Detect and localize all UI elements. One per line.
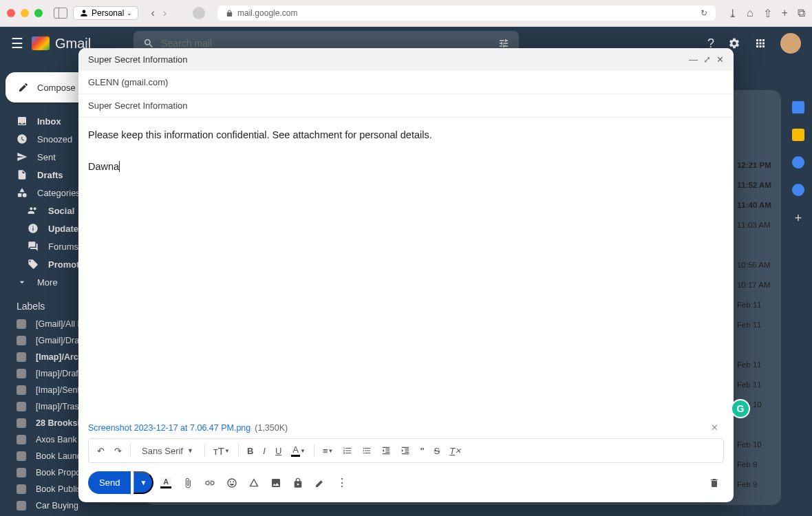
label-color-icon (17, 402, 26, 411)
align-button[interactable]: ≡ ▼ (319, 443, 338, 459)
forward-button[interactable]: › (163, 7, 167, 19)
share-icon[interactable]: ⇧ (763, 7, 772, 20)
tabs-icon[interactable]: ⧉ (798, 7, 805, 20)
clock-icon (17, 133, 28, 144)
tasks-app-icon[interactable] (792, 156, 804, 169)
quote-button[interactable]: " (416, 443, 428, 459)
subject-field[interactable]: Super Secret Information (78, 94, 734, 118)
label-color-icon (17, 451, 26, 461)
profile-selector[interactable]: Personal ⌄ (73, 6, 138, 20)
window-controls (7, 9, 43, 17)
confidential-mode-icon[interactable] (288, 473, 308, 493)
send-button[interactable]: Send (88, 471, 131, 494)
insert-drive-icon[interactable] (244, 473, 264, 493)
compose-button[interactable]: Compose (6, 72, 88, 103)
lock-icon (226, 10, 233, 17)
browser-actions: ⤓ ⌂ ⇧ + ⧉ (728, 7, 805, 20)
sidebar-item-label: Inbox (37, 116, 61, 127)
back-button[interactable]: ‹ (151, 7, 154, 19)
sidebar-item-label: Social (48, 206, 74, 216)
discard-draft-icon[interactable] (705, 473, 724, 493)
insert-link-icon[interactable] (200, 473, 220, 493)
attachment-chip[interactable]: Screenshot 2023-12-17 at 7.06.47 PM.png … (78, 417, 734, 438)
tag-icon (28, 259, 39, 270)
menu-button[interactable]: ☰ (11, 35, 23, 52)
subject-value: Super Secret Information (88, 100, 188, 111)
url-text: mail.google.com (237, 8, 297, 18)
new-tab-icon[interactable]: + (782, 7, 788, 20)
compose-dialog: Super Secret Information — ⤢ ✕ GLENN (gm… (78, 48, 734, 502)
apps-icon[interactable] (754, 37, 767, 50)
email-time (737, 235, 771, 255)
indent-less-button[interactable] (377, 443, 395, 458)
attachment-size: (1,350K) (255, 423, 288, 433)
settings-icon[interactable] (728, 37, 740, 50)
pencil-icon (18, 82, 29, 93)
expand-compose-icon[interactable]: ⤢ (703, 54, 711, 65)
close-compose-icon[interactable]: ✕ (716, 54, 724, 65)
email-time: Feb 9 (737, 454, 771, 474)
font-size-button[interactable]: тT ▼ (209, 442, 234, 460)
italic-button[interactable]: I (259, 443, 270, 459)
remove-attachment-icon[interactable]: ✕ (705, 422, 724, 433)
minimize-compose-icon[interactable]: — (689, 54, 698, 65)
compose-body[interactable]: Please keep this information confidentia… (78, 118, 734, 417)
reload-icon[interactable]: ↻ (701, 8, 707, 18)
email-time: 11:52 AM (737, 175, 771, 195)
attach-file-icon[interactable] (178, 473, 197, 493)
email-time: Feb 11 (737, 354, 771, 374)
email-time: Feb 11 (737, 294, 771, 314)
unordered-list-button[interactable] (358, 443, 376, 458)
category-icon (17, 187, 28, 198)
label-color-icon (17, 385, 26, 395)
compose-dialog-header[interactable]: Super Secret Information — ⤢ ✕ (78, 48, 734, 71)
minimize-window-button[interactable] (21, 9, 29, 17)
insert-signature-icon[interactable] (310, 473, 330, 493)
ordered-list-button[interactable] (339, 443, 356, 458)
label-text: Car Buying (36, 501, 78, 510)
contacts-app-icon[interactable] (792, 184, 804, 196)
to-field[interactable]: GLENN (gmail.com) (78, 71, 734, 94)
email-time (737, 334, 771, 354)
label-color-icon (17, 319, 26, 329)
text-color-button[interactable]: A ▼ (287, 442, 310, 460)
email-time: 11:40 AM (737, 195, 771, 215)
tune-icon[interactable] (498, 38, 509, 49)
search-input[interactable] (161, 38, 491, 49)
close-window-button[interactable] (7, 9, 15, 17)
body-signature: Dawna (88, 161, 119, 172)
compose-actions: Send ▼ A ⋮ (78, 463, 734, 502)
label-text: [Gmail]/Draft (36, 336, 84, 345)
keep-app-icon[interactable] (792, 129, 804, 141)
forum-icon (28, 241, 39, 252)
account-avatar[interactable] (780, 33, 801, 54)
underline-button[interactable]: U (271, 443, 286, 459)
address-bar[interactable]: mail.google.com ↻ (217, 6, 716, 21)
people-icon (28, 205, 39, 216)
profile-label: Personal (92, 8, 124, 18)
bold-button[interactable]: B (243, 443, 257, 459)
redo-button[interactable]: ↷ (110, 443, 126, 459)
undo-button[interactable]: ↶ (93, 443, 109, 459)
info-icon (28, 223, 39, 234)
sidebar-toggle-button[interactable] (54, 8, 67, 19)
more-options-icon[interactable]: ⋮ (332, 472, 352, 493)
indent-more-button[interactable] (396, 443, 414, 458)
email-time: 12:21 PM (737, 155, 771, 175)
maximize-window-button[interactable] (34, 9, 43, 17)
insert-image-icon[interactable] (266, 473, 286, 493)
clear-format-button[interactable]: T✕ (445, 443, 465, 459)
browser-toolbar: Personal ⌄ ‹ › mail.google.com ↻ ⤓ ⌂ ⇧ +… (0, 0, 812, 27)
add-app-icon[interactable]: + (795, 211, 802, 226)
text-format-icon[interactable]: A (156, 473, 175, 493)
strikethrough-button[interactable]: S (430, 443, 445, 459)
sidebar-item-label: Categories (37, 188, 81, 198)
font-select[interactable]: Sans Serif▼ (135, 443, 200, 459)
send-options-button[interactable]: ▼ (133, 471, 153, 494)
insert-emoji-icon[interactable] (222, 473, 242, 493)
grammarly-floating-icon[interactable]: G (731, 399, 750, 418)
download-icon[interactable]: ⤓ (728, 7, 737, 20)
grammarly-extension-icon[interactable] (193, 7, 205, 19)
calendar-app-icon[interactable] (792, 101, 804, 114)
home-icon[interactable]: ⌂ (747, 7, 754, 20)
